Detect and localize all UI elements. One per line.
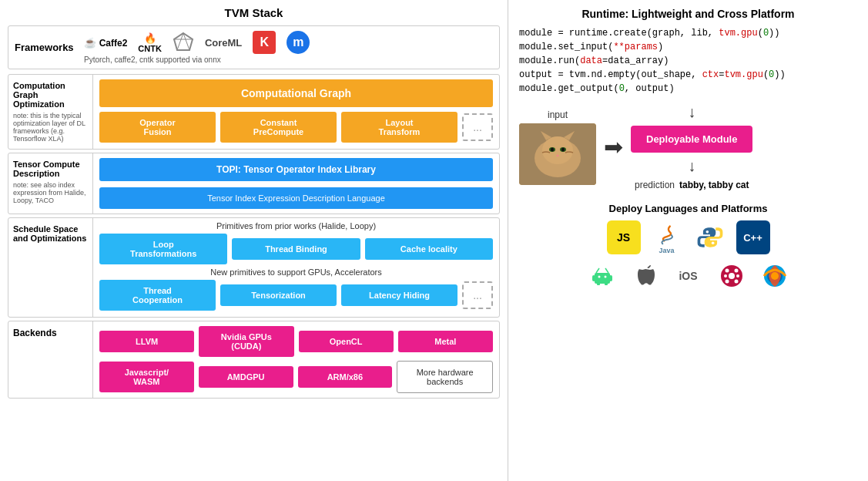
svg-rect-17 [592,275,595,281]
opencl-box: OpenCL [299,331,394,352]
svg-point-12 [561,147,565,151]
new-primitives-label: New primitives to support GPUs, Accelera… [99,267,493,277]
code-block: module = runtime.create(graph, lib, tvm.… [519,26,857,96]
tvm-title: TVM Stack [8,6,500,19]
android-logo [585,259,619,293]
comp-graph-sub-row: OperatorFusion ConstantPreCompute Layout… [99,112,493,143]
prediction-label: prediction [635,180,675,190]
svg-rect-19 [597,279,600,285]
mxnet-logo: m [287,31,310,54]
primitives-prior-label: Primitives from prior works (Halide, Loo… [99,221,493,230]
prediction-value: tabby, tabby cat [679,180,749,190]
backends-row2: Javascript/WASM AMDGPU ARM/x86 More hard… [99,361,493,393]
svg-point-24 [604,276,606,278]
rpi-logo [715,259,749,293]
svg-point-31 [725,280,729,284]
teidl-bar: Tensor Index Expression Description Lang… [99,187,493,209]
backends-section: Backends LLVM Nvidia GPUs(CUDA) OpenCL M… [8,321,500,399]
more-backends-box: More hardware backends [397,361,493,393]
svg-point-27 [725,269,729,273]
tensor-compute-label: Tensor ComputeDescription note: see also… [8,153,93,214]
schedule-row2: ThreadCooperation Tensorization Latency … [99,280,493,311]
amdgpu-box: AMDGPU [199,366,293,388]
tensor-compute-content: TOPI: Tensor Operator Index Library Tens… [93,153,499,214]
inference-diagram: input [519,103,857,190]
code-line-1: module = runtime.create(graph, lib, tvm.… [519,26,857,40]
latency-hiding-box: Latency Hiding [341,284,457,306]
frameworks-label: Frameworks [15,42,76,53]
svg-point-6 [542,136,573,164]
code-line-4: output = tvm.nd.empty(out_shape, ctx=tvm… [519,68,857,82]
svg-point-28 [734,269,738,273]
code-line-5: module.get_output(0, output) [519,82,857,96]
code-line-3: module.run(data=data_array) [519,54,857,68]
cpp-logo: C++ [736,220,770,254]
comp-graph-section: Computation GraphOptimization note: this… [8,74,500,150]
deploy-row1: JS Java C++ [519,220,857,254]
python-logo [693,220,727,254]
svg-rect-18 [609,275,612,281]
cache-locality-box: Cache locality [365,238,493,260]
operator-fusion-box: OperatorFusion [99,112,216,143]
schedule-row1: LoopTransformations Thread Binding Cache… [99,234,493,264]
runtime-title: Runtime: Lightweight and Cross Platform [519,8,857,20]
svg-point-30 [736,274,739,278]
keras-logo: K [253,31,276,54]
schedule-label: Schedule Spaceand Optimizations [8,218,93,317]
inference-right: ↓ Deployable Module ↓ prediction tabby, … [631,103,752,190]
comp-graph-note: note: this is the typical optimization l… [13,112,88,143]
constant-precompute-box: ConstantPreCompute [220,112,337,143]
inference-left: input [519,109,596,185]
coreml-logo: CoreML [205,37,242,49]
down-arrow-2: ↓ [688,157,695,175]
prediction-row: prediction tabby, tabby cat [635,180,749,190]
backends-label: Backends [8,321,93,398]
topi-bar: TOPI: Tensor Operator Index Library [99,158,493,181]
deploy-title: Deploy Languages and Platforms [519,203,857,214]
svg-point-23 [598,276,600,278]
layout-transform-box: LayoutTransform [341,112,457,143]
svg-line-21 [596,268,599,273]
svg-marker-0 [174,33,193,50]
schedule-dashed: ... [462,281,493,309]
llvm-box: LLVM [99,331,194,352]
cntk-logo: 🔥 CNTK [138,32,162,53]
svg-point-15 [711,241,714,244]
apple-logo [628,259,662,293]
svg-point-11 [551,147,554,151]
schedule-section: Schedule Spaceand Optimizations Primitiv… [8,217,500,318]
tensor-compute-note: note: see also index expression from Hal… [13,181,88,204]
js-logo: JS [607,220,641,254]
schedule-content: Primitives from prior works (Halide, Loo… [93,218,499,317]
down-arrow-1: ↓ [688,103,695,121]
svg-rect-20 [605,279,608,285]
code-line-2: module.set_input(**params) [519,40,857,54]
svg-point-32 [734,280,738,284]
svg-line-22 [605,268,608,273]
tensorization-box: Tensorization [220,284,337,306]
frameworks-row: Frameworks ☕ Caffe2 🔥 CNTK [8,25,500,69]
frameworks-note: Pytorch, caffe2, cntk supported via onnx [84,56,310,64]
caffe2-logo: ☕ Caffe2 [84,37,127,49]
svg-point-26 [729,273,735,279]
right-panel: Runtime: Lightweight and Cross Platform … [508,0,868,481]
input-label: input [548,109,568,120]
deploy-row2: iOS [519,259,857,293]
comp-graph-dashed: ... [462,113,493,141]
computational-graph-box: Computational Graph [99,79,493,107]
thread-binding-box: Thread Binding [232,238,360,260]
thread-cooperation-box: ThreadCooperation [99,280,216,311]
svg-point-29 [724,274,727,278]
tensor-compute-section: Tensor ComputeDescription note: see also… [8,153,500,214]
left-panel: TVM Stack Frameworks ☕ Caffe2 🔥 CNTK [0,0,508,481]
cat-image [519,123,596,185]
nvidia-cuda-box: Nvidia GPUs(CUDA) [199,326,293,357]
backends-row1: LLVM Nvidia GPUs(CUDA) OpenCL Metal [99,326,493,357]
diamond-logo [173,32,194,53]
js-wasm-box: Javascript/WASM [99,362,194,392]
backends-content: LLVM Nvidia GPUs(CUDA) OpenCL Metal Java… [93,321,499,398]
svg-point-35 [771,272,779,280]
ios-logo: iOS [672,259,705,293]
right-arrow: ➡ [604,133,623,160]
loop-transformations-box: LoopTransformations [99,234,227,264]
